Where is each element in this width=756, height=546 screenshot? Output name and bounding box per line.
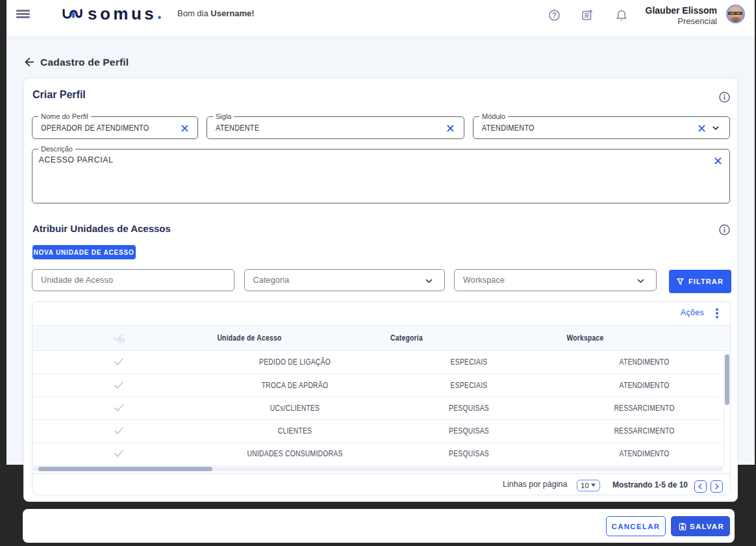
svg-text:somus: somus (88, 5, 157, 23)
svg-text:1: 1 (120, 339, 123, 343)
